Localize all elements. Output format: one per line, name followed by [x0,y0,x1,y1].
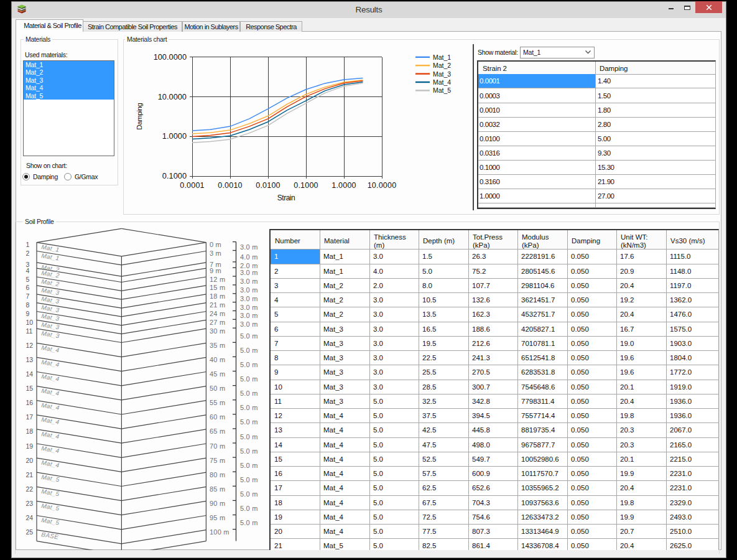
svg-text:Mat_4: Mat_4 [41,416,60,426]
svg-text:Mat_3: Mat_3 [41,304,60,314]
svg-text:2.0 m: 2.0 m [240,262,258,269]
svg-text:0.0100: 0.0100 [256,181,280,190]
svg-text:15: 15 [26,385,34,392]
svg-text:5: 5 [26,276,30,283]
svg-text:20: 20 [26,457,34,464]
svg-text:12 m: 12 m [210,276,225,283]
svg-text:Mat_4: Mat_4 [41,387,60,397]
svg-text:Mat_3: Mat_3 [41,321,60,331]
svg-text:5.0 m: 5.0 m [240,361,258,368]
svg-text:45 m: 45 m [210,370,225,378]
svg-text:1: 1 [26,241,30,248]
svg-text:Mat_4: Mat_4 [433,78,451,86]
svg-text:Mat_4: Mat_4 [41,344,60,354]
svg-text:BASE: BASE [41,531,59,540]
svg-text:2: 2 [26,250,30,257]
svg-text:1.0000: 1.0000 [162,131,187,141]
svg-text:27 m: 27 m [210,319,225,326]
svg-text:85 m: 85 m [210,485,225,493]
svg-text:4.0 m: 4.0 m [240,253,258,261]
svg-text:Mat_4: Mat_4 [41,358,60,368]
svg-text:80 m: 80 m [210,471,225,478]
svg-text:65 m: 65 m [210,427,225,435]
svg-text:23: 23 [26,500,34,507]
svg-text:7: 7 [26,292,30,300]
svg-text:5.0 m: 5.0 m [240,476,258,483]
svg-text:3.0 m: 3.0 m [240,269,258,276]
svg-text:70 m: 70 m [210,442,225,450]
svg-text:Mat_5: Mat_5 [433,86,451,94]
svg-text:Strain: Strain [277,194,295,202]
svg-text:95 m: 95 m [210,514,225,521]
svg-text:9 m: 9 m [210,267,221,274]
svg-text:Mat_1: Mat_1 [41,252,60,262]
svg-text:5.0 m: 5.0 m [240,390,258,397]
svg-text:5.0 m: 5.0 m [240,347,258,354]
svg-text:5.0 m: 5.0 m [240,332,258,340]
svg-text:5.0 m: 5.0 m [240,447,258,455]
svg-text:4: 4 [26,267,30,274]
svg-text:Mat_1: Mat_1 [433,54,451,61]
svg-text:100.0000: 100.0000 [154,52,187,62]
svg-text:0.0010: 0.0010 [218,181,242,190]
svg-text:5.0 m: 5.0 m [240,375,258,383]
svg-text:12: 12 [26,342,34,349]
svg-text:Mat_3: Mat_3 [41,287,60,297]
svg-text:14: 14 [26,370,34,378]
svg-text:Mat_3: Mat_3 [41,330,60,340]
svg-text:1.0000: 1.0000 [331,181,356,190]
svg-text:75 m: 75 m [210,457,225,464]
svg-text:8: 8 [26,301,30,309]
svg-text:10.0000: 10.0000 [368,181,397,190]
svg-text:9: 9 [26,310,30,317]
svg-text:3.0 m: 3.0 m [240,286,258,294]
svg-text:Mat_2: Mat_2 [433,62,451,69]
svg-text:3.0 m: 3.0 m [240,295,258,302]
svg-text:55 m: 55 m [210,399,225,406]
svg-text:3.0 m: 3.0 m [240,243,258,251]
svg-text:22: 22 [26,485,34,493]
svg-text:0.1000: 0.1000 [294,181,318,190]
svg-text:5.0 m: 5.0 m [240,404,258,411]
svg-text:Mat_3: Mat_3 [433,70,451,78]
svg-text:5.0 m: 5.0 m [240,490,258,498]
svg-text:Mat_4: Mat_4 [41,401,60,411]
svg-text:24: 24 [26,514,34,521]
svg-text:11: 11 [26,327,33,335]
svg-text:Mat_5: Mat_5 [41,474,60,483]
svg-text:3.0 m: 3.0 m [240,278,258,285]
svg-text:18: 18 [26,427,34,435]
svg-text:5.0 m: 5.0 m [240,418,258,426]
svg-text:6: 6 [26,284,30,291]
svg-text:13: 13 [26,356,34,363]
svg-text:5.0 m: 5.0 m [240,505,258,512]
svg-text:Mat_4: Mat_4 [41,431,60,441]
svg-text:3.0 m: 3.0 m [240,304,258,311]
svg-text:35 m: 35 m [210,342,225,349]
svg-text:5.0 m: 5.0 m [240,519,258,526]
svg-text:0.0001: 0.0001 [180,181,204,190]
svg-text:17: 17 [26,413,34,421]
svg-text:25: 25 [26,528,34,536]
svg-text:Mat_1: Mat_1 [41,243,60,253]
svg-text:10.0000: 10.0000 [158,92,187,101]
svg-text:40 m: 40 m [210,356,225,363]
svg-text:24 m: 24 m [210,310,225,317]
svg-text:3 m: 3 m [210,250,221,257]
svg-text:90 m: 90 m [210,500,225,507]
svg-text:10: 10 [26,319,34,326]
svg-text:0 m: 0 m [210,241,221,248]
svg-text:3.0 m: 3.0 m [240,320,258,328]
svg-text:0.1000: 0.1000 [162,171,187,180]
svg-text:5.0 m: 5.0 m [240,462,258,469]
svg-text:Damping: Damping [136,103,143,129]
svg-text:3.0 m: 3.0 m [240,312,258,319]
svg-text:15 m: 15 m [210,284,225,291]
svg-text:21 m: 21 m [210,301,225,309]
svg-text:60 m: 60 m [210,413,225,421]
svg-text:Mat_4: Mat_4 [41,459,60,469]
svg-text:Mat_2: Mat_2 [41,278,60,288]
svg-text:5.0 m: 5.0 m [240,433,258,441]
svg-text:18 m: 18 m [210,292,225,300]
svg-text:30 m: 30 m [210,327,225,335]
